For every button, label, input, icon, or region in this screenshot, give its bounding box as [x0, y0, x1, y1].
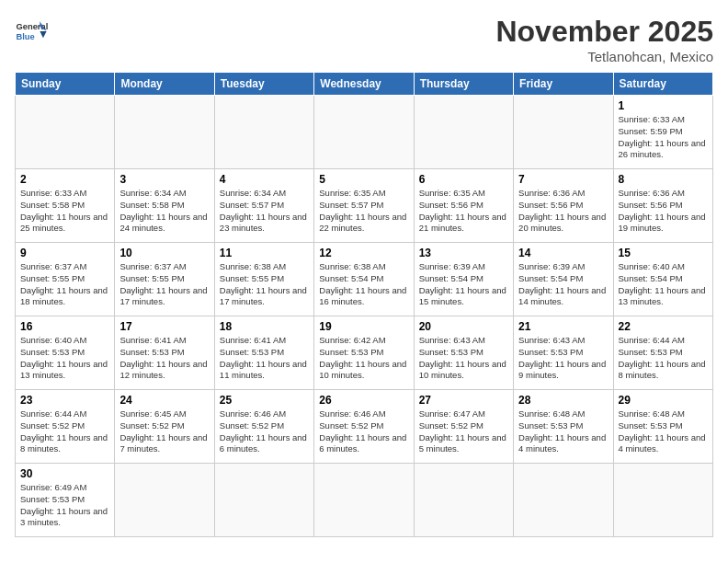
- calendar-cell: 1Sunrise: 6:33 AM Sunset: 5:59 PM Daylig…: [613, 96, 712, 169]
- calendar-cell: 4Sunrise: 6:34 AM Sunset: 5:57 PM Daylig…: [214, 169, 313, 243]
- date-number: 20: [419, 320, 508, 333]
- calendar-cell: [214, 464, 313, 537]
- calendar-cell: [16, 96, 115, 169]
- date-number: 8: [619, 173, 708, 186]
- cell-content: Sunrise: 6:40 AM Sunset: 5:53 PM Dayligh…: [20, 335, 109, 382]
- cell-content: Sunrise: 6:43 AM Sunset: 5:53 PM Dayligh…: [518, 335, 608, 382]
- date-number: 26: [319, 394, 408, 407]
- date-number: 17: [119, 320, 209, 333]
- cell-content: Sunrise: 6:35 AM Sunset: 5:56 PM Dayligh…: [419, 188, 508, 235]
- cell-content: Sunrise: 6:40 AM Sunset: 5:54 PM Dayligh…: [619, 261, 708, 308]
- calendar-cell: [514, 464, 613, 537]
- date-number: 10: [119, 247, 209, 259]
- day-header-tuesday: Tuesday: [214, 73, 313, 96]
- calendar-cell: [214, 96, 313, 169]
- cell-content: Sunrise: 6:39 AM Sunset: 5:54 PM Dayligh…: [419, 261, 508, 308]
- date-number: 16: [20, 320, 109, 333]
- calendar-cell: 24Sunrise: 6:45 AM Sunset: 5:52 PM Dayli…: [115, 390, 214, 464]
- date-number: 18: [220, 320, 309, 333]
- month-title: November 2025: [495, 15, 713, 49]
- week-row-1: 2Sunrise: 6:33 AM Sunset: 5:58 PM Daylig…: [16, 169, 713, 243]
- calendar-cell: 8Sunrise: 6:36 AM Sunset: 5:56 PM Daylig…: [613, 169, 712, 243]
- calendar-cell: 23Sunrise: 6:44 AM Sunset: 5:52 PM Dayli…: [16, 390, 115, 464]
- calendar-cell: 2Sunrise: 6:33 AM Sunset: 5:58 PM Daylig…: [16, 169, 115, 243]
- date-number: 1: [619, 99, 708, 112]
- calendar-cell: 14Sunrise: 6:39 AM Sunset: 5:54 PM Dayli…: [514, 243, 613, 316]
- date-number: 21: [518, 320, 608, 333]
- calendar-cell: 6Sunrise: 6:35 AM Sunset: 5:56 PM Daylig…: [414, 169, 513, 243]
- cell-content: Sunrise: 6:37 AM Sunset: 5:55 PM Dayligh…: [20, 261, 109, 308]
- calendar-cell: 18Sunrise: 6:41 AM Sunset: 5:53 PM Dayli…: [214, 316, 313, 390]
- day-header-wednesday: Wednesday: [314, 73, 414, 96]
- date-number: 5: [319, 173, 408, 186]
- cell-content: Sunrise: 6:38 AM Sunset: 5:54 PM Dayligh…: [319, 261, 408, 308]
- date-number: 2: [20, 173, 109, 186]
- date-number: 25: [220, 394, 309, 407]
- date-number: 4: [220, 173, 309, 186]
- calendar-cell: 12Sunrise: 6:38 AM Sunset: 5:54 PM Dayli…: [314, 243, 414, 316]
- calendar-cell: 7Sunrise: 6:36 AM Sunset: 5:56 PM Daylig…: [514, 169, 613, 243]
- date-number: 9: [20, 247, 109, 259]
- cell-content: Sunrise: 6:41 AM Sunset: 5:53 PM Dayligh…: [119, 335, 209, 382]
- calendar-cell: 22Sunrise: 6:44 AM Sunset: 5:53 PM Dayli…: [613, 316, 712, 390]
- date-number: 30: [20, 467, 109, 480]
- calendar-cell: 9Sunrise: 6:37 AM Sunset: 5:55 PM Daylig…: [16, 243, 115, 316]
- calendar-cell: [115, 464, 214, 537]
- date-number: 24: [119, 394, 209, 407]
- title-block: November 2025 Tetlanohcan, Mexico: [495, 15, 713, 64]
- cell-content: Sunrise: 6:35 AM Sunset: 5:57 PM Dayligh…: [319, 188, 408, 235]
- cell-content: Sunrise: 6:39 AM Sunset: 5:54 PM Dayligh…: [518, 261, 608, 308]
- svg-text:Blue: Blue: [16, 32, 34, 41]
- days-header-row: SundayMondayTuesdayWednesdayThursdayFrid…: [16, 73, 713, 96]
- calendar-cell: 28Sunrise: 6:48 AM Sunset: 5:53 PM Dayli…: [514, 390, 613, 464]
- cell-content: Sunrise: 6:34 AM Sunset: 5:57 PM Dayligh…: [220, 188, 309, 235]
- date-number: 3: [119, 173, 209, 186]
- week-row-2: 9Sunrise: 6:37 AM Sunset: 5:55 PM Daylig…: [16, 243, 713, 316]
- cell-content: Sunrise: 6:48 AM Sunset: 5:53 PM Dayligh…: [518, 408, 608, 455]
- calendar-cell: 16Sunrise: 6:40 AM Sunset: 5:53 PM Dayli…: [16, 316, 115, 390]
- cell-content: Sunrise: 6:48 AM Sunset: 5:53 PM Dayligh…: [619, 408, 708, 455]
- cell-content: Sunrise: 6:45 AM Sunset: 5:52 PM Dayligh…: [119, 408, 209, 455]
- calendar-cell: 26Sunrise: 6:46 AM Sunset: 5:52 PM Dayli…: [314, 390, 414, 464]
- calendar-cell: 13Sunrise: 6:39 AM Sunset: 5:54 PM Dayli…: [414, 243, 513, 316]
- calendar-cell: 10Sunrise: 6:37 AM Sunset: 5:55 PM Dayli…: [115, 243, 214, 316]
- cell-content: Sunrise: 6:41 AM Sunset: 5:53 PM Dayligh…: [220, 335, 309, 382]
- day-header-monday: Monday: [115, 73, 214, 96]
- date-number: 6: [419, 173, 508, 186]
- cell-content: Sunrise: 6:47 AM Sunset: 5:52 PM Dayligh…: [419, 408, 508, 455]
- logo: General Blue: [15, 15, 48, 48]
- cell-content: Sunrise: 6:44 AM Sunset: 5:53 PM Dayligh…: [619, 335, 708, 382]
- date-number: 23: [20, 394, 109, 407]
- svg-marker-3: [40, 31, 46, 38]
- page-header: General Blue November 2025 Tetlanohcan, …: [15, 15, 713, 64]
- calendar-cell: 5Sunrise: 6:35 AM Sunset: 5:57 PM Daylig…: [314, 169, 414, 243]
- calendar-cell: 27Sunrise: 6:47 AM Sunset: 5:52 PM Dayli…: [414, 390, 513, 464]
- location: Tetlanohcan, Mexico: [495, 49, 713, 64]
- calendar-cell: 25Sunrise: 6:46 AM Sunset: 5:52 PM Dayli…: [214, 390, 313, 464]
- cell-content: Sunrise: 6:34 AM Sunset: 5:58 PM Dayligh…: [119, 188, 209, 235]
- calendar-cell: [414, 464, 513, 537]
- date-number: 19: [319, 320, 408, 333]
- date-number: 15: [619, 247, 708, 259]
- calendar-cell: [314, 96, 414, 169]
- date-number: 11: [220, 247, 309, 259]
- calendar-cell: 21Sunrise: 6:43 AM Sunset: 5:53 PM Dayli…: [514, 316, 613, 390]
- calendar-cell: 17Sunrise: 6:41 AM Sunset: 5:53 PM Dayli…: [115, 316, 214, 390]
- calendar-cell: 30Sunrise: 6:49 AM Sunset: 5:53 PM Dayli…: [16, 464, 115, 537]
- calendar-cell: 15Sunrise: 6:40 AM Sunset: 5:54 PM Dayli…: [613, 243, 712, 316]
- week-row-0: 1Sunrise: 6:33 AM Sunset: 5:59 PM Daylig…: [16, 96, 713, 169]
- cell-content: Sunrise: 6:36 AM Sunset: 5:56 PM Dayligh…: [518, 188, 608, 235]
- week-row-3: 16Sunrise: 6:40 AM Sunset: 5:53 PM Dayli…: [16, 316, 713, 390]
- calendar-cell: 19Sunrise: 6:42 AM Sunset: 5:53 PM Dayli…: [314, 316, 414, 390]
- calendar-cell: [414, 96, 513, 169]
- day-header-friday: Friday: [514, 73, 613, 96]
- week-row-5: 30Sunrise: 6:49 AM Sunset: 5:53 PM Dayli…: [16, 464, 713, 537]
- date-number: 22: [619, 320, 708, 333]
- cell-content: Sunrise: 6:46 AM Sunset: 5:52 PM Dayligh…: [220, 408, 309, 455]
- cell-content: Sunrise: 6:49 AM Sunset: 5:53 PM Dayligh…: [20, 482, 109, 529]
- cell-content: Sunrise: 6:37 AM Sunset: 5:55 PM Dayligh…: [119, 261, 209, 308]
- calendar-cell: [514, 96, 613, 169]
- cell-content: Sunrise: 6:38 AM Sunset: 5:55 PM Dayligh…: [220, 261, 309, 308]
- calendar-cell: [613, 464, 712, 537]
- calendar-cell: 29Sunrise: 6:48 AM Sunset: 5:53 PM Dayli…: [613, 390, 712, 464]
